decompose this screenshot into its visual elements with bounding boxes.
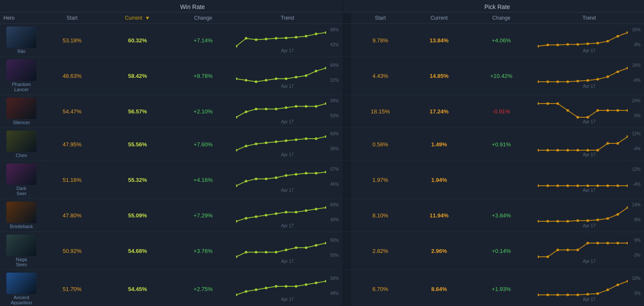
svg-point-24 [275,77,277,80]
svg-point-50 [538,102,539,105]
svg-point-4 [275,37,277,39]
svg-point-54 [576,116,579,119]
svg-point-14 [576,43,579,46]
svg-point-47 [305,105,307,107]
win-current: 55.09% [102,199,174,232]
win-trend-high: 64% [330,63,339,68]
hero-cell: Chen [0,128,43,161]
win-trend-cell: 66% 42% Apr 17 [233,24,343,57]
win-trend-area: 66% 42% Apr 17 [236,27,339,53]
svg-point-10 [538,45,539,48]
svg-point-142 [255,288,257,291]
svg-point-74 [576,149,579,152]
table-row[interactable]: Bristleback 47.80% 55.09% +7.29% 60% 40%… [0,199,644,232]
pick-trend-low: -4% [633,146,641,151]
main-table-container: Win Rate Pick Rate Hero Start Current ▼ … [0,0,644,306]
win-trend-cell: 58% 48% Apr 17 [233,270,343,306]
win-trend-area: 58% 48% Apr 17 [236,276,339,302]
svg-point-85 [285,174,287,177]
svg-point-5 [285,37,287,39]
win-trend-date: Apr 17 [281,119,294,124]
win-start: 54.47% [43,95,102,128]
win-trend-low: 36% [330,146,339,151]
win-trend-low: 42% [330,42,339,47]
win-trend-high: 57% [330,167,339,172]
win-change-col-header: Change [174,12,232,24]
pick-trend-date: Apr 17 [583,188,595,193]
svg-point-136 [596,242,599,244]
svg-point-103 [265,214,267,217]
svg-point-65 [285,140,287,142]
svg-point-45 [285,107,287,109]
table-row[interactable]: Riki 53.18% 60.32% +7.14% 66% 42% Apr 17… [0,24,644,57]
pick-trend-low: 0% [635,113,641,118]
svg-point-137 [606,242,609,244]
win-trend-cell: 60% 36% Apr 17 [233,128,343,161]
win-start: 51.70% [43,270,102,306]
svg-point-100 [236,220,237,223]
hero-name: NagaSiren [3,257,39,267]
win-trend-cell: 56% 50% Apr 17 [233,232,343,270]
hero-avatar [6,273,36,294]
svg-point-77 [606,142,609,145]
table-row[interactable]: DarkSeer 51.16% 55.32% +4.16% 57% 45% Ap… [0,161,644,199]
svg-point-90 [538,184,539,187]
win-change: +9.78% [174,57,232,95]
svg-point-31 [546,80,549,83]
svg-point-132 [557,249,559,251]
table-row[interactable]: NagaSiren 50.92% 54.68% +3.76% 56% 50% A… [0,232,644,270]
table-row[interactable]: PhantomLancer 48.63% 58.42% +9.78% 64% 3… [0,57,644,95]
svg-point-57 [606,109,609,112]
win-trend-date: Apr 17 [281,48,294,53]
svg-point-117 [606,217,609,220]
hero-avatar [6,202,36,223]
svg-point-44 [275,108,277,110]
pick-start: 2.82% [350,232,410,270]
pick-trend-area: 12% -4% Apr 17 [538,167,641,193]
win-start-col-header: Start [43,12,102,24]
svg-point-129 [325,242,326,244]
table-row[interactable]: AncientApparition 51.70% 54.45% +2.75% 5… [0,270,644,306]
svg-point-151 [546,294,549,296]
win-trend-col-header: Trend [233,12,343,24]
win-change: +3.76% [174,232,232,270]
svg-point-19 [626,31,628,34]
win-trend-low: 32% [330,78,339,83]
win-current: 56.57% [102,95,174,128]
pick-trend-col-header: Trend [534,12,644,24]
pick-current-col-header: Current [410,12,469,24]
svg-point-125 [285,249,287,251]
column-header-row: Hero Start Current ▼ Change Trend Start … [0,12,644,24]
svg-point-16 [596,42,599,45]
win-current-col-header[interactable]: Current ▼ [102,12,174,24]
pick-change: -0.91% [468,95,534,128]
svg-point-83 [265,178,267,180]
svg-point-95 [587,184,589,187]
table-row[interactable]: Silencer 54.47% 56.57% +2.10% 58% 50% Ap… [0,95,644,128]
pick-start: 0.58% [350,128,410,161]
win-trend-high: 66% [330,27,339,32]
pick-start: 18.15% [350,95,410,128]
pick-current: 17.24% [410,95,469,128]
pick-current: 1.94% [410,161,469,199]
svg-point-113 [566,220,569,223]
svg-point-67 [305,137,307,140]
divider-cell [343,270,350,306]
svg-point-99 [626,184,628,187]
pick-trend-high: 14% [632,202,641,207]
table-row[interactable]: Chen 47.95% 55.56% +7.60% 60% 36% Apr 17… [0,128,644,161]
win-current: 60.32% [102,24,174,57]
pick-trend-cell: 18% -6% Apr 17 [534,57,644,95]
svg-point-70 [538,149,539,152]
hero-cell: PhantomLancer [0,57,43,95]
svg-point-12 [557,44,559,46]
svg-point-42 [255,108,257,110]
win-trend-date: Apr 17 [281,152,294,157]
pick-change [468,161,534,199]
svg-point-9 [325,31,326,34]
pick-trend-high: 9% [635,238,641,243]
svg-point-111 [546,220,549,223]
win-change: +7.14% [174,24,232,57]
win-start: 47.95% [43,128,102,161]
pick-current: 11.94% [410,199,469,232]
